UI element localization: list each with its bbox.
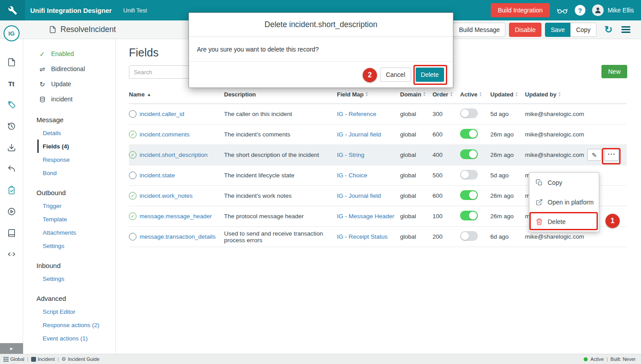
- column-header-description[interactable]: Description: [224, 91, 337, 98]
- ellipsis-icon: ···: [608, 150, 616, 158]
- field-updated-by: mike@sharelogic.com: [525, 111, 587, 117]
- save-button[interactable]: Save: [545, 23, 571, 37]
- field-name-link[interactable]: incident.short_description: [140, 152, 208, 158]
- sidebar-section-outbound: Outbound: [23, 186, 115, 199]
- copy-button[interactable]: Copy: [570, 23, 597, 37]
- copy-icon: [536, 179, 543, 186]
- sidebar-item-template[interactable]: Template: [23, 212, 115, 226]
- column-header-updated[interactable]: Updated ▴▾: [490, 91, 525, 98]
- delete-button[interactable]: Delete: [416, 68, 444, 82]
- refresh-icon[interactable]: ↻: [605, 25, 613, 35]
- active-toggle[interactable]: [460, 129, 478, 139]
- sidebar-item-inbound-settings[interactable]: Settings: [23, 272, 115, 285]
- build-message-button[interactable]: Build Message: [453, 23, 505, 37]
- field-domain: global: [400, 131, 433, 138]
- sidebar-section-inbound: Inbound: [23, 259, 115, 272]
- column-header-updated-by[interactable]: Updated by ▴▾: [525, 91, 587, 98]
- book-icon[interactable]: [7, 228, 16, 237]
- field-name-link[interactable]: incident.state: [140, 172, 175, 179]
- active-toggle[interactable]: [460, 108, 478, 118]
- field-map-link[interactable]: IG - String: [337, 152, 365, 158]
- context-menu-copy[interactable]: Copy: [529, 173, 599, 192]
- field-map-link[interactable]: IG - Message Header: [337, 213, 394, 220]
- download-icon[interactable]: [7, 143, 16, 152]
- brand-wrench-icon[interactable]: [0, 0, 25, 20]
- field-updated-by: mike@sharelogic.com: [525, 152, 587, 158]
- active-toggle[interactable]: [460, 231, 478, 241]
- column-header-active[interactable]: Active ▴▾: [460, 91, 490, 98]
- field-name-link[interactable]: incident.work_notes: [140, 192, 192, 199]
- field-map-link[interactable]: IG - Reference: [337, 111, 377, 117]
- column-header-name[interactable]: Name ▲: [129, 91, 224, 98]
- active-toggle[interactable]: [460, 170, 478, 180]
- sidebar-item-details[interactable]: Details: [23, 126, 115, 140]
- hamburger-menu-icon[interactable]: [621, 26, 630, 33]
- field-name-link[interactable]: incident.comments: [140, 131, 190, 138]
- disable-button[interactable]: Disable: [509, 23, 541, 37]
- sidebar-item-bond[interactable]: Bond: [23, 166, 115, 180]
- field-map-link[interactable]: IG - Receipt Status: [337, 233, 388, 240]
- field-map-link[interactable]: IG - Journal field: [337, 192, 381, 199]
- sidebar-item-event-actions[interactable]: Event actions (1): [23, 332, 115, 345]
- sidebar-badge-incident[interactable]: incident: [23, 92, 115, 107]
- integration-avatar[interactable]: IG: [4, 25, 20, 41]
- field-updated: 6d ago: [490, 233, 525, 240]
- sidebar-item-response-actions[interactable]: Response actions (2): [23, 318, 115, 332]
- field-map-link[interactable]: IG - Choice: [337, 172, 367, 179]
- annotation-step-1: 1: [605, 214, 620, 228]
- statusbar-incident-guide[interactable]: ⚙ Incident Guide: [61, 356, 100, 362]
- user-name[interactable]: Mike Ellis: [608, 7, 634, 14]
- clipboard-check-icon[interactable]: [7, 186, 16, 195]
- sidebar-item-trigger[interactable]: Trigger: [23, 199, 115, 212]
- reply-icon[interactable]: [7, 164, 16, 173]
- field-map-link[interactable]: IG - Journal field: [337, 131, 381, 138]
- field-name-link[interactable]: message.transaction_details: [140, 233, 216, 240]
- play-circle-icon[interactable]: [7, 207, 16, 216]
- column-header-order[interactable]: Order ▴▾: [433, 91, 460, 98]
- user-avatar[interactable]: [592, 4, 604, 16]
- sidebar-item-fields[interactable]: Fields (4): [37, 140, 115, 153]
- field-name-link[interactable]: incident.caller_id: [140, 111, 184, 117]
- sidebar-item-outbound-settings[interactable]: Settings: [23, 239, 115, 252]
- sidebar-badge-bidirectional[interactable]: ⇌ Bidirectional: [23, 61, 115, 76]
- row-menu-button[interactable]: ···: [605, 149, 619, 161]
- text-format-icon[interactable]: Tt: [8, 79, 14, 88]
- sidebar-item-response[interactable]: Response: [23, 153, 115, 166]
- badge-label: Enabled: [51, 50, 74, 57]
- table-row: ✓ incident.caller_id The caller on this …: [129, 104, 627, 124]
- new-button[interactable]: New: [601, 65, 627, 78]
- modal-footer: Cancel Delete: [189, 62, 453, 88]
- active-toggle[interactable]: [460, 190, 478, 200]
- statusbar-incident[interactable]: Incident: [31, 356, 55, 362]
- field-domain: global: [400, 172, 433, 179]
- sidebar-badge-update[interactable]: ↻ Update: [23, 76, 115, 92]
- glasses-icon[interactable]: [557, 4, 568, 16]
- row-status-icon: ✓: [129, 233, 136, 240]
- separator: |: [27, 356, 28, 362]
- statusbar-global[interactable]: Global: [4, 356, 24, 362]
- code-icon[interactable]: [7, 250, 16, 259]
- field-name-link[interactable]: message.message_header: [140, 213, 212, 220]
- status-bar: Global | Incident | ⚙ Incident Guide Act…: [0, 354, 641, 364]
- help-icon[interactable]: ?: [575, 5, 585, 16]
- field-description: The incident's comments: [224, 131, 337, 138]
- history-icon[interactable]: [7, 122, 16, 131]
- active-toggle[interactable]: [460, 211, 478, 220]
- build-integration-button[interactable]: Build Integration: [491, 3, 550, 17]
- edit-row-button[interactable]: ✎: [587, 149, 601, 161]
- field-updated-by: mike@sharelogic.com: [525, 233, 587, 240]
- cancel-button[interactable]: Cancel: [380, 68, 411, 82]
- field-updated: 26m ago: [490, 192, 525, 199]
- file-icon[interactable]: [7, 58, 16, 67]
- column-header-field-map[interactable]: Field Map ▴▾: [337, 91, 400, 98]
- sidebar-item-attachments[interactable]: Attachments: [23, 226, 115, 239]
- active-toggle[interactable]: [460, 149, 478, 159]
- context-menu-delete[interactable]: Delete: [529, 212, 599, 232]
- column-header-domain[interactable]: Domain ▴▾: [400, 91, 433, 98]
- context-menu-open-in-platform[interactable]: Open in platform: [529, 192, 599, 212]
- rail-collapse-button[interactable]: ▸: [0, 343, 23, 354]
- sidebar-item-script-editor[interactable]: Script Editor: [23, 305, 115, 318]
- sort-caret-icon: ▴▾: [516, 92, 517, 97]
- tag-icon[interactable]: [7, 100, 16, 109]
- sidebar-badge-enabled[interactable]: ✓ Enabled: [23, 46, 115, 61]
